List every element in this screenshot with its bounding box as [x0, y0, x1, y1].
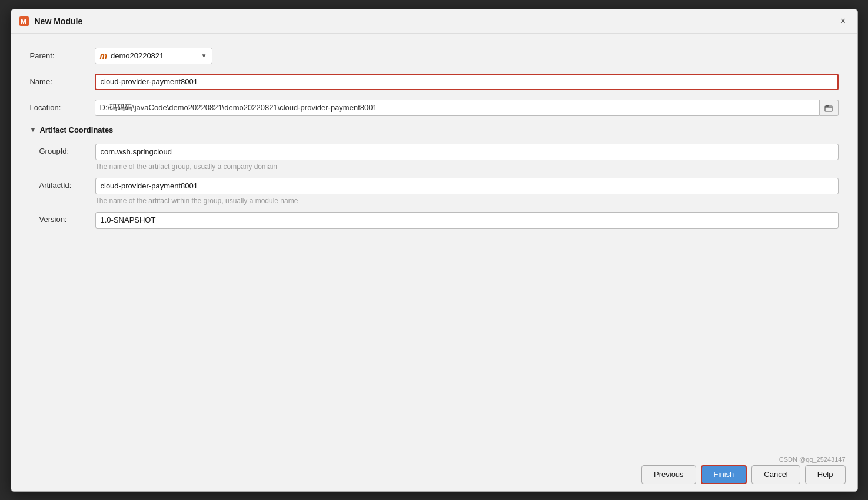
app-icon: M: [18, 15, 30, 27]
groupid-row: GroupId:: [39, 144, 839, 160]
groupid-hint: The name of the artifact group, usually …: [95, 163, 839, 171]
svg-rect-3: [826, 105, 829, 107]
title-bar-left: M New Module: [18, 15, 83, 27]
finish-button[interactable]: Finish: [701, 465, 747, 484]
artifactid-label: ArtifactId:: [39, 178, 95, 190]
artifact-section-header: ▼ Artifact Coordinates: [30, 125, 839, 134]
artifact-section: GroupId: The name of the artifact group,…: [39, 144, 839, 229]
location-browse-button[interactable]: [820, 100, 839, 116]
title-bar: M New Module ×: [11, 9, 857, 34]
parent-value: demo20220821: [111, 51, 198, 60]
cancel-button[interactable]: Cancel: [751, 465, 800, 484]
groupid-input[interactable]: [95, 144, 839, 160]
version-label: Version:: [39, 212, 95, 224]
section-title: Artifact Coordinates: [39, 125, 113, 134]
artifactid-input[interactable]: [95, 178, 839, 194]
version-row: Version:: [39, 212, 839, 229]
chevron-down-icon: ▼: [201, 52, 207, 59]
dialog-footer: Previous Finish Cancel Help: [11, 458, 857, 491]
version-input[interactable]: [95, 212, 839, 229]
name-label: Name:: [30, 77, 95, 86]
dialog-content: Parent: m demo20220821 ▼ Name: Location:: [11, 34, 857, 458]
parent-row: Parent: m demo20220821 ▼: [30, 48, 839, 64]
close-button[interactable]: ×: [836, 14, 850, 28]
parent-m-icon: m: [100, 51, 107, 61]
artifactid-row: ArtifactId:: [39, 178, 839, 194]
name-row: Name:: [30, 74, 839, 90]
parent-select[interactable]: m demo20220821 ▼: [95, 48, 212, 64]
location-label: Location:: [30, 103, 95, 112]
groupid-label: GroupId:: [39, 144, 95, 155]
name-control-wrap: [95, 74, 839, 90]
section-divider: [119, 130, 838, 130]
location-row: Location:: [30, 100, 839, 116]
svg-text:M: M: [21, 18, 26, 26]
artifactid-hint: The name of the artifact within the grou…: [95, 197, 839, 205]
parent-control-wrap: m demo20220821 ▼: [95, 48, 839, 64]
parent-label: Parent:: [30, 51, 95, 60]
svg-rect-2: [825, 106, 832, 111]
section-toggle-icon[interactable]: ▼: [30, 126, 36, 133]
watermark: CSDN @qq_25243147: [779, 456, 846, 463]
help-button[interactable]: Help: [805, 465, 846, 484]
location-input[interactable]: [95, 100, 820, 116]
dialog-title: New Module: [35, 16, 83, 26]
name-input[interactable]: [95, 74, 839, 90]
new-module-dialog: M New Module × Parent: m demo20220821 ▼ …: [11, 9, 858, 492]
previous-button[interactable]: Previous: [641, 465, 696, 484]
